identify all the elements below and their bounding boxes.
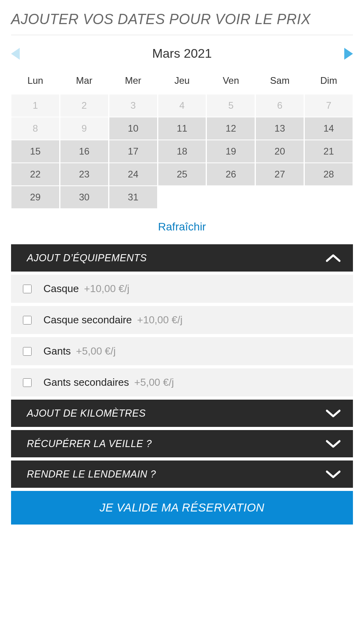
day-empty bbox=[304, 186, 353, 209]
accordion-equipment[interactable]: AJOUT D’ÉQUIPEMENTS bbox=[11, 244, 353, 272]
equipment-checkbox[interactable] bbox=[23, 316, 32, 325]
accordion-title: RÉCUPÉRER LA VEILLE ? bbox=[27, 438, 152, 449]
accordion-title: RENDRE LE LENDEMAIN ? bbox=[27, 468, 156, 480]
day-26[interactable]: 26 bbox=[206, 163, 255, 186]
accordion-return-next[interactable]: RENDRE LE LENDEMAIN ? bbox=[11, 460, 353, 488]
accordion-kilometres[interactable]: AJOUT DE KILOMÈTRES bbox=[11, 400, 353, 427]
day-8: 8 bbox=[11, 117, 60, 140]
day-7: 7 bbox=[304, 94, 353, 117]
dow-header: Mar bbox=[60, 70, 109, 94]
day-1: 1 bbox=[11, 94, 60, 117]
page-title: AJOUTER VOS DATES POUR VOIR LE PRIX bbox=[11, 11, 353, 35]
day-3: 3 bbox=[109, 94, 158, 117]
equipment-label: Casque bbox=[43, 283, 79, 294]
equipment-checkbox[interactable] bbox=[23, 347, 32, 356]
validate-button[interactable]: JE VALIDE MA RÉSERVATION bbox=[11, 491, 353, 525]
chevron-down-icon bbox=[325, 470, 341, 479]
dow-header: Jeu bbox=[158, 70, 206, 94]
equipment-price: +10,00 €/j bbox=[81, 283, 129, 294]
day-17[interactable]: 17 bbox=[109, 140, 158, 163]
equipment-price: +5,00 €/j bbox=[131, 376, 174, 388]
month-label: Mars 2021 bbox=[152, 46, 212, 61]
equipment-item: Gants +5,00 €/j bbox=[11, 337, 353, 365]
dow-header: Mer bbox=[109, 70, 158, 94]
equipment-checkbox[interactable] bbox=[23, 285, 32, 293]
equipment-list: Casque +10,00 €/jCasque secondaire +10,0… bbox=[11, 275, 353, 396]
equipment-item: Gants secondaires +5,00 €/j bbox=[11, 368, 353, 396]
calendar-grid: LunMarMerJeuVenSamDim 123456789101112131… bbox=[11, 70, 353, 209]
equipment-checkbox[interactable] bbox=[23, 378, 32, 387]
chevron-down-icon bbox=[325, 440, 341, 448]
day-9: 9 bbox=[60, 117, 109, 140]
day-28[interactable]: 28 bbox=[304, 163, 353, 186]
day-24[interactable]: 24 bbox=[109, 163, 158, 186]
day-31[interactable]: 31 bbox=[109, 186, 158, 209]
day-2: 2 bbox=[60, 94, 109, 117]
dow-header: Dim bbox=[304, 70, 353, 94]
day-27[interactable]: 27 bbox=[255, 163, 304, 186]
day-14[interactable]: 14 bbox=[304, 117, 353, 140]
chevron-down-icon bbox=[325, 409, 341, 418]
svg-marker-0 bbox=[11, 48, 20, 60]
day-empty bbox=[206, 186, 255, 209]
day-25[interactable]: 25 bbox=[158, 163, 206, 186]
equipment-label: Gants secondaires bbox=[43, 376, 129, 388]
prev-month-button[interactable] bbox=[11, 48, 20, 60]
svg-marker-1 bbox=[344, 48, 353, 60]
refresh-container: Rafraîchir bbox=[11, 221, 353, 233]
equipment-label: Gants bbox=[43, 345, 71, 357]
day-19[interactable]: 19 bbox=[206, 140, 255, 163]
day-12[interactable]: 12 bbox=[206, 117, 255, 140]
chevron-left-icon bbox=[11, 48, 20, 60]
equipment-item: Casque +10,00 €/j bbox=[11, 275, 353, 303]
next-month-button[interactable] bbox=[344, 48, 353, 60]
accordion-title: AJOUT D’ÉQUIPEMENTS bbox=[27, 252, 147, 264]
day-30[interactable]: 30 bbox=[60, 186, 109, 209]
day-18[interactable]: 18 bbox=[158, 140, 206, 163]
day-empty bbox=[158, 186, 206, 209]
chevron-right-icon bbox=[344, 48, 353, 60]
day-11[interactable]: 11 bbox=[158, 117, 206, 140]
day-20[interactable]: 20 bbox=[255, 140, 304, 163]
equipment-price: +5,00 €/j bbox=[73, 345, 116, 357]
day-10[interactable]: 10 bbox=[109, 117, 158, 140]
refresh-link[interactable]: Rafraîchir bbox=[158, 221, 206, 233]
dow-header: Lun bbox=[11, 70, 60, 94]
equipment-item: Casque secondaire +10,00 €/j bbox=[11, 306, 353, 334]
dow-header: Ven bbox=[206, 70, 255, 94]
day-29[interactable]: 29 bbox=[11, 186, 60, 209]
equipment-price: +10,00 €/j bbox=[134, 314, 182, 326]
day-16[interactable]: 16 bbox=[60, 140, 109, 163]
day-21[interactable]: 21 bbox=[304, 140, 353, 163]
day-5: 5 bbox=[206, 94, 255, 117]
day-13[interactable]: 13 bbox=[255, 117, 304, 140]
day-23[interactable]: 23 bbox=[60, 163, 109, 186]
accordion-pickup-eve[interactable]: RÉCUPÉRER LA VEILLE ? bbox=[11, 430, 353, 457]
equipment-label: Casque secondaire bbox=[43, 314, 132, 326]
day-15[interactable]: 15 bbox=[11, 140, 60, 163]
day-4: 4 bbox=[158, 94, 206, 117]
calendar-header: Mars 2021 bbox=[11, 46, 353, 61]
day-6: 6 bbox=[255, 94, 304, 117]
accordion-title: AJOUT DE KILOMÈTRES bbox=[27, 408, 146, 419]
day-empty bbox=[255, 186, 304, 209]
chevron-up-icon bbox=[325, 254, 341, 262]
day-22[interactable]: 22 bbox=[11, 163, 60, 186]
dow-header: Sam bbox=[255, 70, 304, 94]
